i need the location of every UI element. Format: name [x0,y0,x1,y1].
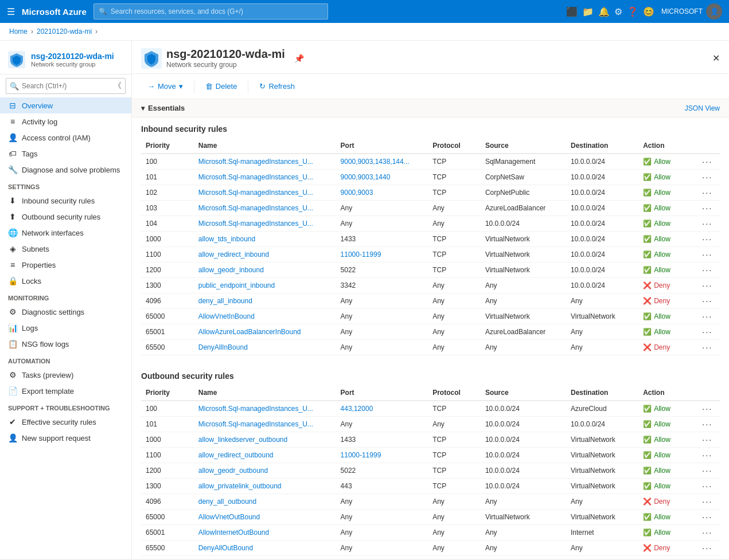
port-link[interactable]: 11000-11999 [341,451,381,459]
port-link[interactable]: 443,12000 [341,405,373,413]
row-more-button[interactable]: ··· [702,327,712,336]
rule-name-link[interactable]: AllowVnetOutBound [198,513,260,521]
sidebar-label-new-support: New support request [22,434,91,442]
sidebar-item-diagnostic[interactable]: ⚙ Diagnostic settings [0,304,131,320]
rule-name-link[interactable]: AllowInternetOutBound [198,528,269,536]
essentials-chevron[interactable]: ▾ [141,104,145,112]
global-search[interactable]: 🔍 Search resources, services, and docs (… [93,3,328,19]
close-icon[interactable]: ✕ [712,53,720,64]
sidebar-item-nsg-flow[interactable]: 📋 NSG flow logs [0,336,131,352]
row-more-button[interactable]: ··· [702,343,712,352]
row-more-button[interactable]: ··· [702,312,712,321]
rule-name-link[interactable]: deny_all_inbound [198,297,252,305]
cell-priority: 103 [141,201,194,216]
cloud-shell-icon[interactable]: ⬛ [566,6,578,17]
cell-port: 3342 [336,278,428,293]
row-more-button[interactable]: ··· [702,157,712,166]
rule-name-link[interactable]: AllowAzureLoadBalancerInBound [198,328,301,336]
sidebar-item-network-interfaces[interactable]: 🌐 Network interfaces [0,225,131,241]
row-more-button[interactable]: ··· [702,250,712,259]
port-link[interactable]: 9000,9003,1438,144... [341,158,410,166]
rule-name-link[interactable]: allow_linkedserver_outbound [198,436,287,444]
sidebar-item-properties[interactable]: ≡ Properties [0,257,131,273]
row-more-button[interactable]: ··· [702,219,712,228]
sidebar-search-input[interactable] [22,82,111,90]
row-more-button[interactable]: ··· [702,512,712,522]
rule-name-link[interactable]: allow_redirect_inbound [198,250,269,259]
sidebar-item-new-support[interactable]: 👤 New support request [0,430,131,446]
breadcrumb-home[interactable]: Home [9,28,28,36]
cell-name: Microsoft.Sql-managedInstances_U... [194,401,336,417]
cell-priority: 1200 [141,463,194,479]
directory-icon[interactable]: 📁 [582,6,594,17]
row-more-button[interactable]: ··· [702,188,712,197]
row-more-button[interactable]: ··· [702,481,712,491]
rule-name-link[interactable]: allow_privatelink_outbound [198,482,282,490]
delete-button[interactable]: 🗑 Delete [199,79,244,94]
feedback-icon[interactable]: 😊 [643,6,654,17]
sidebar-item-locks[interactable]: 🔒 Locks [0,273,131,289]
rule-name-link[interactable]: allow_redirect_outbound [198,451,274,459]
row-more-button[interactable]: ··· [702,404,712,413]
sidebar-item-inbound[interactable]: ⬇ Inbound security rules [0,193,131,209]
row-more-button[interactable]: ··· [702,234,712,244]
row-more-button[interactable]: ··· [702,203,712,213]
port-link[interactable]: 9000,9003 [341,189,373,197]
sidebar-item-tags[interactable]: 🏷 Tags [0,146,131,162]
cell-port: 11000-11999 [336,247,428,263]
rule-name-link[interactable]: Microsoft.Sql-managedInstances_U... [198,405,313,413]
sidebar-item-tasks[interactable]: ⚙ Tasks (preview) [0,367,131,383]
port-link[interactable]: 11000-11999 [341,250,381,259]
sidebar-collapse-btn[interactable]: 《 [114,81,122,91]
rule-name-link[interactable]: allow_geodr_inbound [198,266,264,274]
rule-name-link[interactable]: Microsoft.Sql-managedInstances_U... [198,220,313,228]
row-more-button[interactable]: ··· [702,451,712,460]
row-more-button[interactable]: ··· [702,281,712,290]
rule-name-link[interactable]: allow_tds_inbound [198,235,255,243]
cell-protocol: TCP [428,463,481,479]
refresh-button[interactable]: ↻ Refresh [253,79,301,94]
deny-icon: ❌ [643,498,652,506]
row-more-button[interactable]: ··· [702,296,712,306]
rule-name-link[interactable]: public_endpoint_inbound [198,281,275,289]
sidebar-item-overview[interactable]: ⊟ Overview [0,97,131,113]
rule-name-link[interactable]: Microsoft.Sql-managedInstances_U... [198,173,313,181]
sidebar-item-activity-log[interactable]: ≡ Activity log [0,113,131,130]
breadcrumb-parent[interactable]: 20210120-wda-mi [37,28,92,36]
rule-name-link[interactable]: Microsoft.Sql-managedInstances_U... [198,189,313,197]
user-profile[interactable]: MICROSOFT 👤 [661,3,722,19]
sidebar-item-subnets[interactable]: ◈ Subnets [0,241,131,257]
row-more-button[interactable]: ··· [702,497,712,506]
sidebar-item-access-control[interactable]: 👤 Access control (IAM) [0,130,131,146]
json-view-link[interactable]: JSON View [685,104,720,112]
settings-icon[interactable]: ⚙ [614,6,622,17]
row-more-button[interactable]: ··· [702,265,712,275]
rule-name-link[interactable]: Microsoft.Sql-managedInstances_U... [198,204,313,212]
row-more-button[interactable]: ··· [702,543,712,553]
sidebar-item-export[interactable]: 📄 Export template [0,383,131,399]
pin-icon[interactable]: 📌 [294,54,304,63]
rule-name-link[interactable]: allow_geodr_outbound [198,467,268,475]
row-more-button[interactable]: ··· [702,420,712,429]
row-more-button[interactable]: ··· [702,528,712,537]
port-link[interactable]: 9000,9003,1440 [341,173,391,181]
notifications-icon[interactable]: 🔔 [598,6,610,17]
sidebar-item-diagnose[interactable]: 🔧 Diagnose and solve problems [0,162,131,178]
sidebar-item-effective[interactable]: ✔ Effective security rules [0,414,131,430]
row-more-button[interactable]: ··· [702,173,712,182]
rule-name-link[interactable]: deny_all_outbound [198,498,256,506]
help-icon[interactable]: ❓ [627,6,638,17]
rule-name-link[interactable]: DenyAllInBound [198,343,248,351]
cell-source: Any [481,293,566,309]
rule-name-link[interactable]: Microsoft.Sql-managedInstances_U... [198,420,313,428]
sidebar-item-outbound[interactable]: ⬆ Outbound security rules [0,209,131,225]
hamburger-menu[interactable]: ☰ [7,6,15,17]
sidebar-item-logs[interactable]: 📊 Logs [0,320,131,336]
rule-name-link[interactable]: AllowVnetInBound [198,312,255,320]
row-more-button[interactable]: ··· [702,435,712,444]
row-more-button[interactable]: ··· [702,466,712,475]
sidebar-search-box[interactable]: 🔍 《 [6,78,126,94]
rule-name-link[interactable]: DenyAllOutBound [198,544,253,552]
move-button[interactable]: → Move ▾ [141,79,189,94]
rule-name-link[interactable]: Microsoft.Sql-managedInstances_U... [198,158,313,166]
